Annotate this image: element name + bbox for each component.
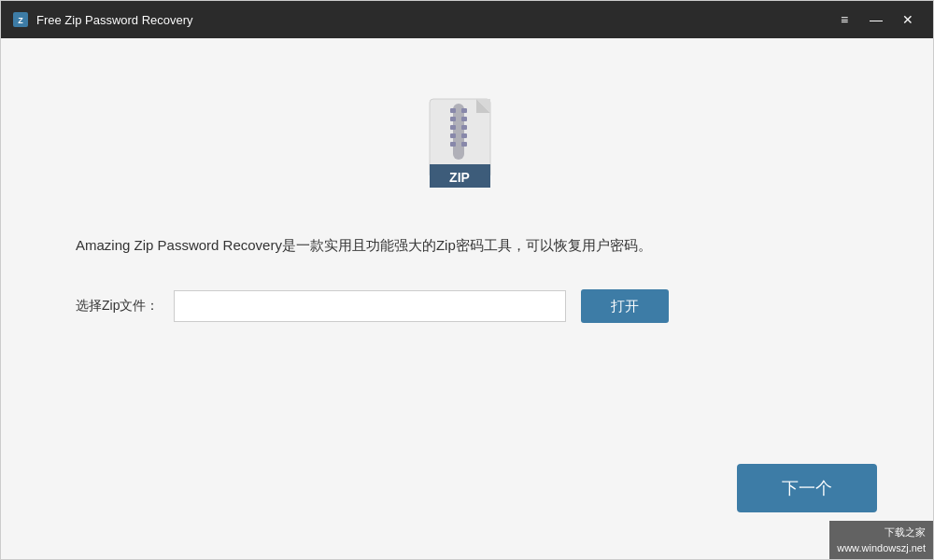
- svg-rect-6: [450, 108, 456, 113]
- file-path-input[interactable]: [174, 290, 566, 322]
- next-button[interactable]: 下一个: [737, 464, 877, 512]
- svg-rect-13: [461, 133, 467, 138]
- file-select-label: 选择Zip文件：: [76, 298, 159, 315]
- svg-rect-10: [450, 125, 456, 130]
- watermark: 下载之家 www.windowszj.net: [829, 521, 933, 559]
- svg-text:ZIP: ZIP: [449, 170, 470, 185]
- main-content: ZIP Amazing Zip Password Recovery是一款实用且功…: [1, 38, 933, 559]
- window-title: Free Zip Password Recovery: [36, 13, 193, 27]
- zip-icon-container: ZIP: [76, 94, 858, 197]
- svg-rect-12: [450, 133, 456, 138]
- svg-rect-11: [461, 125, 467, 130]
- open-button[interactable]: 打开: [581, 289, 669, 323]
- svg-rect-7: [461, 108, 467, 113]
- menu-button[interactable]: ≡: [830, 7, 858, 33]
- watermark-line2: www.windowszj.net: [837, 540, 926, 556]
- svg-rect-8: [450, 117, 456, 121]
- next-button-container: 下一个: [737, 464, 877, 512]
- app-icon: Z: [12, 11, 29, 28]
- main-window: Z Free Zip Password Recovery ≡ — ✕: [0, 0, 934, 560]
- file-select-row: 选择Zip文件： 打开: [76, 289, 858, 323]
- svg-rect-9: [461, 117, 467, 121]
- svg-text:Z: Z: [18, 16, 23, 25]
- title-bar-left: Z Free Zip Password Recovery: [12, 11, 193, 28]
- title-bar-controls: ≡ — ✕: [830, 7, 922, 33]
- title-bar: Z Free Zip Password Recovery ≡ — ✕: [1, 1, 933, 38]
- watermark-line1: 下载之家: [837, 525, 926, 540]
- close-button[interactable]: ✕: [894, 7, 922, 33]
- description-text: Amazing Zip Password Recovery是一款实用且功能强大的…: [76, 234, 652, 257]
- zip-file-icon: ZIP: [425, 94, 509, 197]
- minimize-button[interactable]: —: [862, 7, 890, 33]
- svg-rect-14: [450, 142, 456, 147]
- svg-rect-15: [461, 142, 467, 147]
